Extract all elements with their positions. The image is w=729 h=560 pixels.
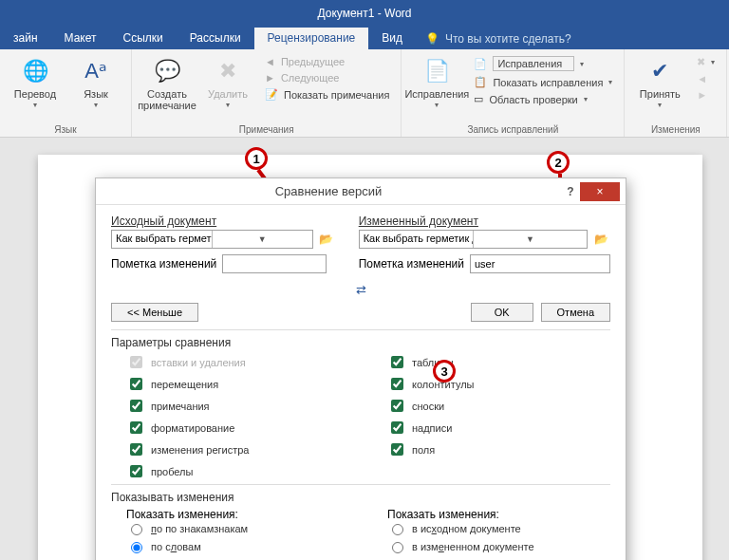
reject-icon: ✖: [697, 56, 705, 68]
less-button[interactable]: << Меньше: [111, 303, 198, 322]
rad-orig-doc[interactable]: в исходном документе: [387, 521, 610, 535]
group-comments: 💬 Создать примечание ✖ Удалить▾ ◄Предыду…: [132, 49, 402, 137]
delete-comment-button[interactable]: ✖ Удалить▾: [200, 53, 255, 111]
original-label: Исходный документ: [111, 215, 336, 228]
group-tracking-label: Запись исправлений: [409, 122, 616, 135]
pane-icon: ▭: [474, 93, 483, 105]
translate-icon: 🌐: [23, 60, 48, 83]
comment-icon: 💬: [155, 60, 180, 83]
dialog-help-button[interactable]: ?: [561, 185, 580, 198]
ok-button[interactable]: OK: [471, 303, 533, 322]
dialog-title: Сравнение версий: [96, 184, 561, 198]
revised-browse-button[interactable]: 📂: [591, 230, 610, 249]
tab-layout[interactable]: Макет: [51, 28, 110, 49]
show-comments-icon: 📝: [265, 88, 278, 101]
bulb-icon: 💡: [425, 32, 439, 46]
group-comments-label: Примечания: [140, 122, 393, 135]
group-language: 🌐 Перевод▾ Аᵃ Язык▾ Язык: [0, 49, 132, 137]
mark-rev-input[interactable]: [470, 254, 610, 273]
chk-captions[interactable]: надписи: [387, 419, 610, 437]
prev-comment-button[interactable]: ◄Предыдущее: [261, 55, 393, 68]
track-changes-button[interactable]: 📄 Исправления▾: [409, 53, 464, 110]
annotation-badge-1: 1: [245, 147, 268, 170]
group-language-label: Язык: [8, 122, 123, 135]
rad-word[interactable]: по словам: [126, 539, 349, 553]
tell-me[interactable]: 💡 Что вы хотите сделать?: [416, 28, 581, 49]
rad-rev-doc[interactable]: в измененном документе: [387, 539, 610, 553]
params-title: Параметры сравнения: [111, 336, 610, 349]
chk-footnotes[interactable]: сноски: [387, 397, 610, 415]
language-label: Язык: [84, 88, 108, 100]
tab-review[interactable]: Рецензирование: [254, 28, 369, 49]
rad-char[interactable]: по по знакамзнакам: [126, 521, 349, 535]
swap-button[interactable]: ⇄: [356, 283, 366, 297]
reviewing-pane-button[interactable]: ▭Область проверки▾: [470, 92, 616, 106]
tab-design[interactable]: зайн: [0, 28, 51, 49]
chevron-down-icon: ▼: [212, 231, 312, 248]
chk-headers[interactable]: колонтитулы: [387, 375, 610, 393]
document-area: 1 2 3 Сравнение версий ? × Исходный доку: [0, 138, 729, 560]
prev-icon: ◄: [265, 56, 275, 67]
tab-mailings[interactable]: Рассылки: [177, 28, 254, 49]
delete-label: Удалить: [208, 88, 248, 100]
reviewing-pane-label: Область проверки: [489, 94, 577, 105]
page: 1 2 3 Сравнение версий ? × Исходный доку: [38, 155, 702, 560]
next-change-icon: ►: [697, 89, 707, 101]
mark-rev-label: Пометка изменений: [359, 257, 464, 271]
revised-document-value: Как выбрать герметик для ванной.: [360, 231, 473, 248]
chk-moves[interactable]: перемещения: [126, 375, 349, 393]
next-change-button[interactable]: ►: [693, 88, 719, 102]
tab-view[interactable]: Вид: [368, 28, 416, 49]
group-tracking: 📄 Исправления▾ 📄Исправления▾ 📋Показать и…: [402, 49, 625, 137]
tell-me-label: Что вы хотите сделать?: [445, 32, 571, 46]
folder-icon: 📂: [319, 233, 333, 246]
translate-label: Перевод: [14, 88, 56, 100]
chk-ws[interactable]: пробелы: [126, 462, 349, 480]
ribbon-tabs: зайн Макет Ссылки Рассылки Рецензировани…: [0, 27, 729, 49]
show-markup-button[interactable]: 📋Показать исправления▾: [470, 75, 616, 89]
show-markup-label: Показать исправления: [493, 77, 603, 88]
chk-tables[interactable]: таблицы: [387, 353, 610, 371]
dialog-close-button[interactable]: ×: [580, 182, 620, 201]
chk-case[interactable]: изменения регистра: [126, 440, 349, 458]
track-icon: 📄: [424, 60, 450, 83]
display-combo[interactable]: Исправления: [493, 56, 574, 71]
original-browse-button[interactable]: 📂: [317, 230, 336, 249]
next-comment-button[interactable]: ►Следующее: [261, 71, 393, 84]
revised-document-combo[interactable]: Как выбрать герметик для ванной. ▼: [359, 230, 588, 249]
new-comment-button[interactable]: 💬 Создать примечание: [140, 53, 195, 111]
mark-orig-label: Пометка изменений: [111, 257, 216, 271]
show-comments-button[interactable]: 📝Показать примечания: [261, 87, 393, 102]
markup-icon: 📋: [474, 76, 487, 88]
original-document-combo[interactable]: Как выбрать герметик для ванной. ▼: [111, 230, 313, 249]
chk-fields[interactable]: поля: [387, 440, 610, 458]
next-icon: ►: [265, 72, 275, 84]
tab-references[interactable]: Ссылки: [109, 28, 176, 49]
show-title: Показывать изменения: [111, 491, 610, 504]
prev-change-button[interactable]: ◄: [693, 72, 719, 85]
close-icon: ×: [596, 185, 603, 198]
app-title: Документ1 - Word: [317, 7, 411, 20]
language-button[interactable]: Аᵃ Язык▾: [68, 53, 123, 110]
track-label: Исправления: [404, 88, 469, 100]
chk-format[interactable]: форматирование: [126, 419, 349, 437]
group-changes: ✔ Принять▾ ✖▾ ◄ ► Изменения: [625, 49, 727, 137]
next-label: Следующее: [281, 72, 340, 84]
language-icon: Аᵃ: [84, 60, 107, 83]
accept-button[interactable]: ✔ Принять▾: [632, 53, 687, 110]
chk-comments[interactable]: примечания: [126, 397, 349, 415]
chk-inserts[interactable]: вставки и удаления: [126, 353, 349, 371]
original-document-value: Как выбрать герметик для ванной.: [112, 231, 212, 248]
chevron-down-icon: ▼: [473, 231, 587, 248]
cancel-button[interactable]: Отмена: [541, 303, 610, 322]
display-for-review[interactable]: 📄Исправления▾: [470, 55, 616, 72]
translate-button[interactable]: 🌐 Перевод▾: [8, 53, 63, 110]
annotation-badge-2: 2: [547, 151, 570, 174]
mark-orig-input[interactable]: [222, 254, 327, 273]
reject-button[interactable]: ✖▾: [693, 55, 719, 69]
revised-label: Измененный документ: [359, 215, 610, 228]
new-comment-label: Создать примечание: [138, 88, 196, 111]
accept-label: Принять: [640, 88, 681, 100]
prev-change-icon: ◄: [697, 73, 707, 84]
show-at-label: Показать изменения:: [111, 508, 349, 521]
